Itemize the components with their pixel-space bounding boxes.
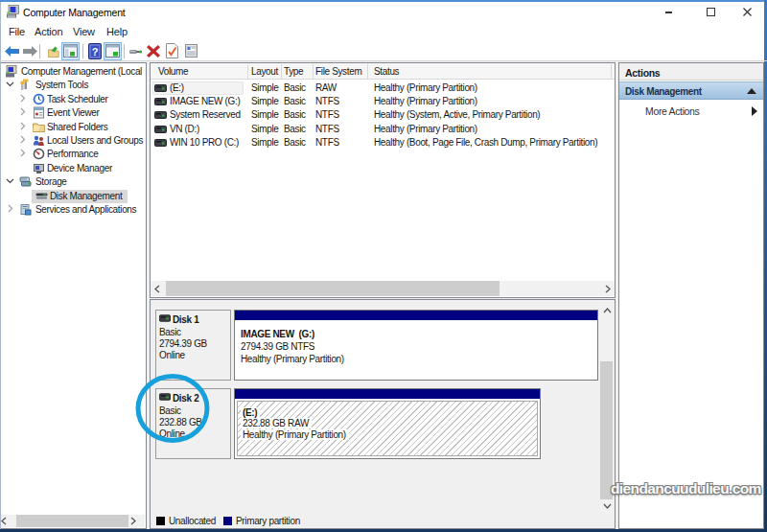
svg-text:?: ? [92, 46, 99, 58]
